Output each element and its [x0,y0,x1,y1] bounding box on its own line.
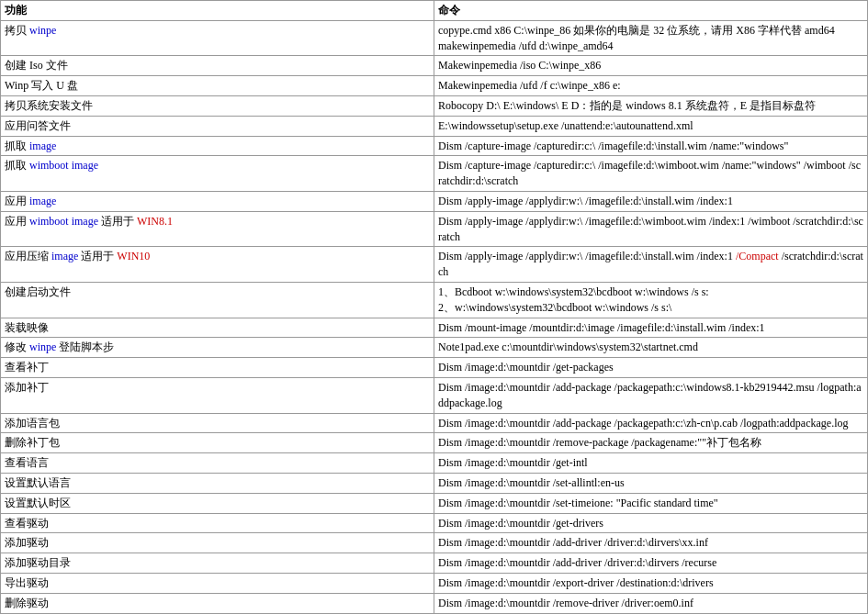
feature-cell: 拷贝系统安装文件 [1,95,434,116]
table-row: 查看驱动Dism /image:d:\mountdir /get-drivers [1,513,868,533]
table-row: 添加驱动目录Dism /image:d:\mountdir /add-drive… [1,553,868,574]
feature-cell: 创建 Iso 文件 [1,56,434,76]
command-cell: copype.cmd x86 C:\winpe_86 如果你的电脑是 32 位系… [434,20,868,56]
command-cell: Dism /image:d:\mountdir /set-allintl:en-… [434,473,868,493]
command-cell: Dism /capture-image /capturedir:c:\ /ima… [434,156,868,192]
feature-cell: 装载映像 [1,318,434,338]
feature-cell: 应用 image [1,191,434,211]
table-row: 创建启动文件1、Bcdboot w:\windows\system32\bcdb… [1,282,868,318]
command-cell: Dism /image:d:\mountdir /get-drivers [434,513,868,533]
feature-cell: 拷贝 winpe [1,20,434,56]
feature-cell: 应用 wimboot image 适用于 WIN8.1 [1,211,434,247]
feature-cell: 抓取 image [1,136,434,156]
table-row: 抓取 imageDism /capture-image /capturedir:… [1,136,868,156]
command-cell: Dism /image:d:\mountdir /add-package /pa… [434,377,868,413]
command-cell: Dism /capture-image /capturedir:c:\ /ima… [434,136,868,156]
command-cell: Makewinpemedia /iso C:\winpe_x86 [434,56,868,76]
table-row: 导出驱动Dism /image:d:\mountdir /export-driv… [1,573,868,593]
command-cell: Dism /image:d:\mountdir /add-driver /dri… [434,553,868,574]
command-cell: Dism /apply-image /applydir:w:\ /imagefi… [434,247,868,283]
feature-cell: 删除补丁包 [1,433,434,453]
command-cell: Dism /image:d:\mountdir /add-package /pa… [434,413,868,433]
feature-cell: 添加补丁 [1,377,434,413]
command-cell: Dism /image:d:\mountdir /get-packages [434,358,868,378]
command-cell: Dism /image:d:\mountdir /remove-driver /… [434,593,868,613]
command-cell: Dism /image:d:\mountdir /set-timeione: "… [434,493,868,513]
table-row: 添加语言包Dism /image:d:\mountdir /add-packag… [1,413,868,433]
feature-cell: 设置默认语言 [1,473,434,493]
feature-cell: 抓取 wimboot image [1,156,434,192]
feature-cell: 设置默认时区 [1,493,434,513]
feature-cell: 应用压缩 image 适用于 WIN10 [1,247,434,283]
feature-cell: 添加驱动 [1,533,434,553]
table-row: 修改 winpe 登陆脚本步Note1pad.exe c:\mountdir\w… [1,338,868,358]
command-cell: Dism /image:d:\mountdir /get-intl [434,453,868,474]
feature-cell: 查看语言 [1,453,434,474]
feature-cell: 应用问答文件 [1,116,434,136]
table-row: 添加补丁Dism /image:d:\mountdir /add-package… [1,377,868,413]
command-cell: Note1pad.exe c:\mountdir\windows\system3… [434,338,868,358]
table-row: 查看语言Dism /image:d:\mountdir /get-intl [1,453,868,474]
table-header-row: 功能 命令 [1,1,868,21]
feature-cell: 创建启动文件 [1,282,434,318]
main-container: 功能 命令 拷贝 winpecopype.cmd x86 C:\winpe_86… [0,0,868,614]
command-cell: Robocopy D:\ E:\windows\ E D：指的是 windows… [434,95,868,116]
command-table: 功能 命令 拷贝 winpecopype.cmd x86 C:\winpe_86… [0,0,868,614]
command-cell: Dism /image:d:\mountdir /add-driver /dri… [434,533,868,553]
table-row: 查看补丁Dism /image:d:\mountdir /get-package… [1,358,868,378]
feature-cell: Winp 写入 U 盘 [1,76,434,96]
command-cell: Makewinpemedia /ufd /f c:\winpe_x86 e: [434,76,868,96]
command-cell: E:\windowssetup\setup.exe /unattend:e:\a… [434,116,868,136]
command-cell: Dism /apply-image /applydir:w:\ /imagefi… [434,211,868,247]
col-header-feature: 功能 [1,1,434,21]
table-row: 应用 imageDism /apply-image /applydir:w:\ … [1,191,868,211]
table-row: Winp 写入 U 盘Makewinpemedia /ufd /f c:\win… [1,76,868,96]
table-row: 应用压缩 image 适用于 WIN10Dism /apply-image /a… [1,247,868,283]
feature-cell: 查看驱动 [1,513,434,533]
command-cell: 1、Bcdboot w:\windows\system32\bcdboot w:… [434,282,868,318]
command-cell: Dism /apply-image /applydir:w:\ /imagefi… [434,191,868,211]
feature-cell: 添加语言包 [1,413,434,433]
table-row: 拷贝系统安装文件Robocopy D:\ E:\windows\ E D：指的是… [1,95,868,116]
table-row: 添加驱动Dism /image:d:\mountdir /add-driver … [1,533,868,553]
table-row: 应用问答文件E:\windowssetup\setup.exe /unatten… [1,116,868,136]
table-row: 应用 wimboot image 适用于 WIN8.1Dism /apply-i… [1,211,868,247]
command-cell: Dism /mount-image /mountdir:d:\image /im… [434,318,868,338]
feature-cell: 删除驱动 [1,593,434,613]
feature-cell: 修改 winpe 登陆脚本步 [1,338,434,358]
table-row: 抓取 wimboot imageDism /capture-image /cap… [1,156,868,192]
table-row: 设置默认时区Dism /image:d:\mountdir /set-timei… [1,493,868,513]
table-row: 设置默认语言Dism /image:d:\mountdir /set-allin… [1,473,868,493]
table-row: 创建 Iso 文件Makewinpemedia /iso C:\winpe_x8… [1,56,868,76]
table-row: 拷贝 winpecopype.cmd x86 C:\winpe_86 如果你的电… [1,20,868,56]
feature-cell: 查看补丁 [1,358,434,378]
feature-cell: 导出驱动 [1,573,434,593]
table-row: 删除驱动Dism /image:d:\mountdir /remove-driv… [1,593,868,613]
feature-cell: 添加驱动目录 [1,553,434,574]
col-header-command: 命令 [434,1,868,21]
command-cell: Dism /image:d:\mountdir /export-driver /… [434,573,868,593]
table-row: 装载映像Dism /mount-image /mountdir:d:\image… [1,318,868,338]
command-cell: Dism /image:d:\mountdir /remove-package … [434,433,868,453]
table-row: 删除补丁包Dism /image:d:\mountdir /remove-pac… [1,433,868,453]
